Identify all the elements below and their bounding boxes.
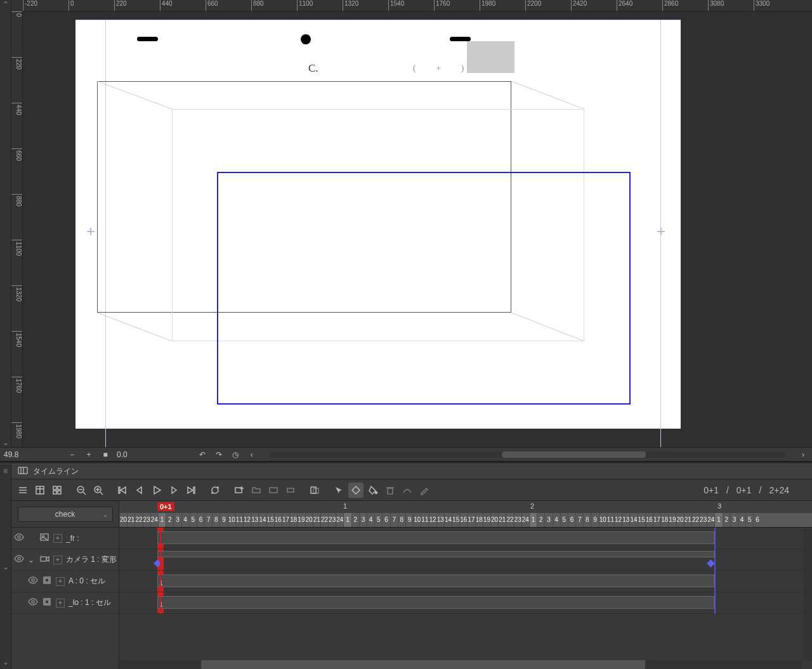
viewport-area: ⌃ ⌄ 022044066088011001320154017601980 -2… — [0, 0, 812, 447]
zoom-in-button[interactable]: + — [84, 450, 94, 459]
history-icon[interactable]: ◷ — [230, 450, 240, 459]
scrollbar-thumb[interactable] — [201, 660, 645, 669]
go-start-icon[interactable] — [115, 483, 130, 498]
next-frame-icon[interactable] — [166, 483, 181, 498]
add-icon[interactable]: + — [56, 577, 65, 586]
vertical-scrollbar[interactable] — [803, 529, 812, 660]
clip-icon[interactable] — [266, 483, 281, 498]
add-icon[interactable]: + — [53, 534, 62, 543]
zoom-in-icon[interactable] — [91, 483, 106, 498]
add-icon[interactable]: + — [56, 599, 65, 607]
frame-ruler[interactable]: 0+1 202122232412345678910111213141516171… — [119, 501, 812, 528]
playhead-indicator[interactable]: 0+1 — [157, 502, 174, 511]
visibility-toggle-icon[interactable] — [14, 554, 24, 566]
canvas[interactable]: C. ( + ) + + — [23, 11, 812, 447]
layer-row[interactable]: +_fr : — [11, 528, 119, 549]
frame-number: 6 — [753, 513, 761, 527]
chevron-down-icon[interactable]: ⌄ — [28, 555, 36, 564]
track-strip[interactable]: 1 — [157, 575, 714, 587]
redo-icon[interactable]: ↷ — [214, 450, 224, 459]
ruler-tick: 1980 — [11, 422, 22, 447]
loop-icon[interactable] — [207, 483, 223, 498]
layer-row[interactable]: +_lo : 1 : セル — [11, 592, 119, 614]
track-strip[interactable] — [157, 551, 714, 557]
chevron-down-icon[interactable]: ⌄ — [3, 562, 9, 571]
track-row[interactable] — [119, 528, 812, 549]
frame-number: 10 — [413, 513, 421, 527]
delete-icon[interactable] — [383, 483, 398, 498]
chevron-up-icon[interactable]: ⌃ — [3, 0, 9, 9]
svg-marker-27 — [154, 486, 160, 494]
prev-frame-icon[interactable] — [132, 483, 147, 498]
svg-rect-34 — [270, 488, 277, 493]
paint-bucket-icon[interactable] — [365, 483, 381, 498]
stop-button[interactable]: ■ — [100, 450, 110, 459]
svg-rect-13 — [53, 486, 56, 490]
keyframe-tool-icon[interactable] — [348, 483, 363, 498]
frame-number: 18 — [289, 513, 297, 527]
track-row[interactable] — [119, 549, 812, 571]
scrollbar-thumb[interactable] — [502, 451, 646, 458]
new-folder-icon[interactable] — [249, 483, 264, 498]
svg-rect-53 — [45, 600, 49, 604]
page-label: C. — [308, 62, 318, 75]
edit-icon[interactable] — [417, 483, 432, 498]
end-frame-line[interactable] — [714, 528, 716, 614]
visibility-toggle-icon[interactable] — [28, 597, 38, 609]
frame-number: 9 — [405, 513, 413, 527]
ruler-tick: 660 — [11, 148, 22, 194]
play-icon[interactable] — [149, 483, 164, 498]
svg-rect-30 — [193, 487, 195, 493]
svg-marker-47 — [46, 557, 49, 561]
chevron-right-icon[interactable]: › — [798, 450, 808, 459]
zoom-out-button[interactable]: − — [67, 450, 77, 459]
horizontal-scrollbar[interactable] — [270, 451, 785, 458]
select-tool-icon[interactable] — [331, 483, 346, 498]
ruler-tick: 1760 — [11, 377, 22, 422]
playhead-line[interactable] — [160, 528, 161, 614]
zoom-out-icon[interactable] — [74, 483, 89, 498]
ruler-tick: 0 — [69, 0, 74, 11]
frame-number: 23 — [514, 513, 521, 527]
ruler-tick: 1320 — [11, 285, 22, 331]
menu-icon[interactable]: ≡ — [3, 467, 8, 476]
go-end-icon[interactable] — [183, 483, 199, 498]
list-mode-icon[interactable] — [15, 483, 30, 498]
add-icon[interactable]: + — [53, 555, 62, 564]
visibility-toggle-icon[interactable] — [28, 575, 38, 587]
display-mode-select[interactable]: check — [18, 507, 113, 522]
camera-frame[interactable] — [217, 172, 631, 405]
track-strip[interactable] — [157, 531, 714, 544]
clip-icon-2[interactable] — [283, 483, 298, 498]
track-row[interactable]: 1 — [119, 592, 812, 614]
layer-name: A : 0 : セル — [69, 576, 119, 587]
track-column[interactable]: 0+1 202122232412345678910111213141516171… — [119, 501, 812, 669]
horizontal-scrollbar[interactable] — [119, 660, 802, 669]
frame-number: 17 — [467, 513, 475, 527]
layer-row[interactable]: ⌄+カメラ 1 : 変形 — [11, 549, 119, 571]
track-strip[interactable]: 1 — [157, 596, 714, 609]
curve-icon[interactable] — [400, 483, 415, 498]
svg-rect-46 — [41, 557, 46, 561]
expand-icon[interactable] — [49, 483, 65, 498]
visibility-toggle-icon[interactable] — [14, 532, 24, 544]
keyframe-icon[interactable] — [707, 559, 715, 568]
svg-point-39 — [376, 491, 377, 493]
layer-row[interactable]: +A : 0 : セル — [11, 571, 119, 592]
timeline-toolbar: 0+1 / 0+1 / 2+24 — [11, 479, 812, 501]
new-cel-icon[interactable] — [232, 483, 247, 498]
second-marker: 1 — [343, 502, 347, 510]
chevron-down-icon[interactable]: ⌄ — [3, 438, 9, 447]
ruler-tick: 880 — [11, 194, 22, 240]
frame-number: 6 — [568, 513, 575, 527]
frame-number: 19 — [297, 513, 304, 527]
frame-number: 11 — [606, 513, 614, 527]
frame-number: 9 — [219, 513, 227, 527]
undo-icon[interactable]: ↶ — [197, 450, 207, 459]
track-row[interactable]: 1 — [119, 571, 812, 592]
sheet-mode-icon[interactable] — [32, 483, 48, 498]
chevron-left-icon[interactable]: ‹ — [247, 450, 257, 459]
chevron-down-icon[interactable]: ⌄ — [3, 658, 9, 666]
peg-hole-icon — [301, 34, 311, 44]
onion-skin-icon[interactable] — [307, 483, 322, 498]
